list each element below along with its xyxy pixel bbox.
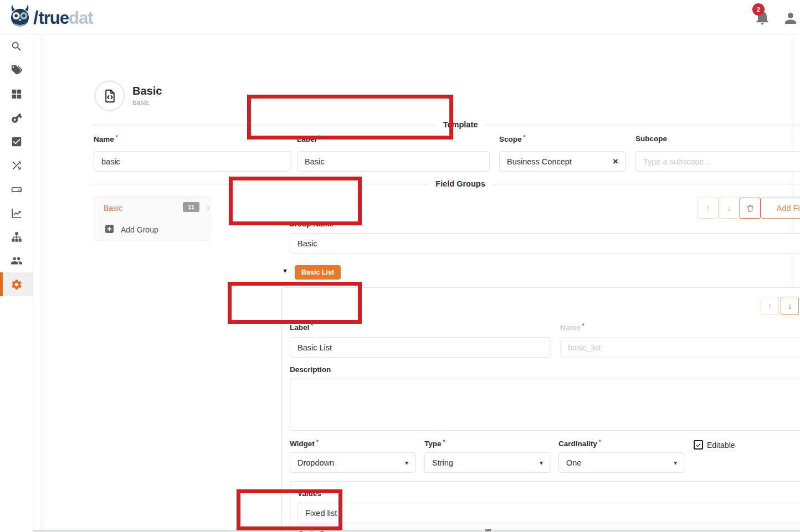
horizontal-scrollbar-thumb[interactable] — [485, 529, 491, 531]
type-label: Type — [424, 439, 445, 448]
sidebar-item-quality[interactable] — [0, 130, 33, 153]
field-groups-divider: Field Groups — [92, 184, 800, 184]
field-name-input — [560, 337, 800, 358]
field-move-down-button[interactable]: ↓ — [781, 297, 799, 315]
subscope-label: Subcope — [635, 135, 667, 143]
add-group-label: Add Group — [121, 225, 158, 234]
groups-panel: Basic 11 Add Group — [94, 196, 210, 240]
field-name-label: Name — [560, 323, 584, 332]
field-label-label: Label — [290, 323, 313, 332]
editable-label: Editable — [707, 441, 735, 450]
cardinality-select[interactable]: One ▾ — [558, 452, 684, 473]
sidebar-item-permissions[interactable] — [0, 106, 33, 130]
trash-icon — [746, 204, 755, 213]
sidebar-item-dashboards[interactable] — [0, 82, 33, 106]
chevron-right-icon: › — [206, 200, 210, 215]
caret-down-icon: ▾ — [540, 459, 543, 467]
editable-checkbox[interactable] — [694, 440, 703, 450]
field-tag-basic-list[interactable]: Basic List — [295, 265, 341, 280]
caret-down-icon: ▾ — [674, 459, 677, 467]
scope-select[interactable]: Business Concept × — [499, 151, 625, 172]
arrow-down-icon: ↓ — [727, 203, 731, 213]
owl-logo-icon — [8, 4, 32, 30]
gear-icon — [11, 278, 23, 291]
type-value: String — [432, 458, 453, 467]
arrow-up-icon: ↑ — [768, 301, 772, 311]
group-item-name: Basic — [104, 204, 122, 213]
scope-label: Scope — [499, 135, 525, 143]
template-section-heading: Template — [435, 120, 486, 129]
widget-label: Widget — [290, 439, 319, 448]
cardinality-value: One — [566, 458, 581, 467]
name-label: Name — [94, 135, 118, 143]
grid-icon — [11, 88, 23, 100]
field-groups-heading: Field Groups — [428, 179, 493, 188]
page-subtitle: basic — [132, 99, 149, 107]
values-type-select[interactable]: Fixed list ▾ — [298, 503, 800, 523]
template-label-input[interactable] — [297, 151, 490, 172]
group-move-up-button[interactable]: ↑ — [698, 198, 719, 219]
group-delete-button[interactable] — [740, 198, 761, 219]
notification-count-badge: 2 — [752, 3, 765, 16]
caret-down-icon: ▾ — [405, 459, 408, 467]
main-content: Basic basic Template Name Label Scope Bu… — [42, 37, 793, 532]
arrow-up-icon: ↑ — [706, 203, 710, 213]
sidebar-item-insights[interactable] — [0, 201, 33, 225]
tag-icon — [11, 64, 23, 76]
group-list-item[interactable]: Basic 11 — [94, 197, 209, 219]
arrow-down-icon: ↓ — [788, 301, 792, 311]
sidebar-item-lineage[interactable] — [0, 153, 33, 177]
widget-value: Dropdown — [298, 458, 334, 467]
add-group-button[interactable]: Add Group — [94, 219, 209, 240]
hierarchy-icon — [11, 231, 23, 243]
scope-clear-icon[interactable]: × — [613, 156, 618, 167]
storage-icon — [11, 183, 23, 195]
template-section-divider: Template — [92, 125, 800, 125]
group-move-down-button[interactable]: ↓ — [719, 198, 740, 219]
sidebar-item-settings[interactable] — [0, 272, 33, 296]
label-label: Label — [297, 135, 320, 143]
checkbox-icon — [11, 136, 23, 148]
sidebar-item-structures[interactable] — [0, 225, 33, 249]
description-textarea[interactable] — [290, 379, 800, 431]
check-icon — [695, 441, 702, 448]
field-move-up-button[interactable]: ↑ — [761, 297, 779, 315]
sidebar-item-users[interactable] — [0, 249, 33, 272]
template-name-input[interactable] — [94, 151, 291, 172]
value-option-row: Opción 1 — [297, 530, 366, 532]
scope-value: Business Concept — [507, 157, 572, 166]
widget-select[interactable]: Dropdown ▾ — [290, 452, 416, 473]
user-avatar-icon[interactable] — [782, 10, 799, 29]
subscope-input[interactable] — [635, 151, 800, 172]
app-root: /truedat 2 — [0, 0, 800, 532]
group-name-label: Group Name — [289, 220, 334, 228]
file-code-icon — [102, 89, 117, 104]
plus-icon — [105, 225, 114, 235]
search-icon — [11, 40, 23, 53]
truedat-logo[interactable]: /truedat — [8, 4, 93, 30]
key-icon — [11, 112, 23, 124]
values-label: Values — [298, 489, 325, 498]
top-header: /truedat 2 — [0, 0, 800, 34]
shuffle-icon — [11, 159, 23, 172]
values-type-value: Fixed list — [305, 509, 337, 518]
sidebar-item-glossary[interactable] — [0, 58, 33, 82]
group-name-input[interactable] — [290, 233, 800, 254]
add-field-button[interactable]: Add Field — [761, 198, 800, 219]
users-icon — [11, 255, 23, 267]
collapse-caret-icon[interactable]: ▼ — [282, 267, 288, 274]
brand-text: /truedat — [33, 7, 93, 28]
template-avatar — [94, 80, 125, 111]
left-sidebar — [0, 34, 33, 532]
group-field-count-badge: 11 — [183, 202, 199, 212]
sidebar-item-data-sources[interactable] — [0, 177, 33, 201]
page-title: Basic — [132, 85, 162, 97]
type-select[interactable]: String ▾ — [424, 452, 550, 473]
horizontal-scrollbar-track[interactable] — [0, 530, 800, 531]
field-label-input[interactable] — [290, 337, 550, 358]
chart-icon — [11, 207, 23, 219]
sidebar-item-search[interactable] — [0, 34, 33, 58]
description-label: Description — [290, 365, 331, 374]
cardinality-label: Cardinality — [558, 439, 601, 448]
